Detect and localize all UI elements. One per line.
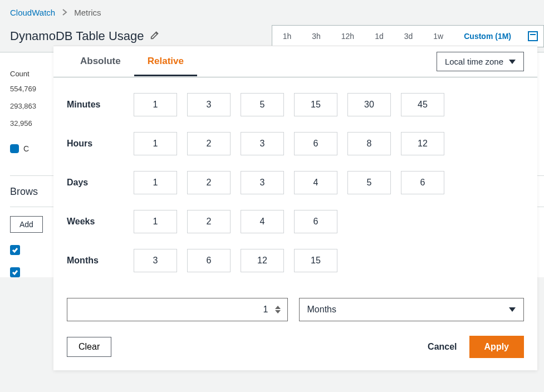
- preset-minutes-option[interactable]: 5: [241, 93, 284, 116]
- preset-months-option[interactable]: 12: [241, 249, 284, 272]
- metric-checkbox[interactable]: [10, 245, 20, 255]
- time-range-picker: 1h 3h 12h 1d 3d 1w Custom (1M): [272, 25, 544, 47]
- time-range-dropdown-panel: Absolute Relative Local time zone Minute…: [53, 46, 537, 370]
- preset-hours-option[interactable]: 1: [134, 132, 177, 155]
- preset-hours-option[interactable]: 2: [187, 132, 231, 155]
- preset-hours-option[interactable]: 6: [294, 132, 337, 155]
- breadcrumb-current: Metrics: [74, 8, 101, 17]
- preset-label-weeks: Weeks: [67, 217, 134, 227]
- preset-minutes-option[interactable]: 1: [134, 93, 177, 116]
- custom-unit-select[interactable]: Months: [299, 298, 525, 321]
- chevron-right-icon: [62, 8, 67, 17]
- cancel-button[interactable]: Cancel: [428, 342, 457, 352]
- range-custom[interactable]: Custom (1M): [453, 26, 521, 47]
- preset-days-option[interactable]: 1: [134, 171, 177, 194]
- clear-button[interactable]: Clear: [67, 337, 111, 357]
- apply-button[interactable]: Apply: [469, 336, 524, 358]
- preset-hours-option[interactable]: 12: [401, 132, 444, 155]
- timezone-select[interactable]: Local time zone: [437, 52, 524, 71]
- timezone-select-label: Local time zone: [445, 57, 503, 66]
- chevron-down-icon[interactable]: [275, 310, 281, 313]
- page-title-text: DynamoDB Table Usage: [10, 29, 144, 43]
- preset-weeks-option[interactable]: 1: [134, 210, 177, 233]
- preset-weeks-option[interactable]: 6: [294, 210, 337, 233]
- tab-absolute[interactable]: Absolute: [67, 47, 134, 76]
- preset-weeks-option[interactable]: 2: [187, 210, 231, 233]
- chevron-up-icon[interactable]: [275, 306, 281, 309]
- add-button[interactable]: Add: [10, 216, 43, 233]
- number-stepper[interactable]: [273, 306, 283, 313]
- preset-weeks-option[interactable]: 4: [241, 210, 284, 233]
- custom-duration-value: 1: [74, 305, 273, 315]
- preset-days-option[interactable]: 5: [347, 171, 391, 194]
- preset-hours-option[interactable]: 3: [241, 132, 284, 155]
- range-3h[interactable]: 3h: [301, 26, 331, 47]
- preset-hours-option[interactable]: 8: [347, 132, 391, 155]
- preset-label-minutes: Minutes: [67, 100, 134, 110]
- preset-months-option[interactable]: 3: [134, 249, 177, 272]
- preset-months-option[interactable]: 15: [294, 249, 337, 272]
- preset-minutes-option[interactable]: 15: [294, 93, 337, 116]
- preset-label-months: Months: [67, 256, 134, 266]
- preset-months-option[interactable]: 6: [187, 249, 231, 272]
- custom-unit-label: Months: [307, 305, 336, 315]
- preset-minutes-option[interactable]: 3: [187, 93, 231, 116]
- range-1d[interactable]: 1d: [364, 26, 394, 47]
- calendar-icon[interactable]: [528, 31, 538, 41]
- custom-duration-input[interactable]: 1: [67, 298, 288, 321]
- chevron-down-icon: [509, 60, 516, 64]
- breadcrumb-root[interactable]: CloudWatch: [10, 8, 55, 17]
- preset-days-option[interactable]: 6: [401, 171, 444, 194]
- preset-minutes-option[interactable]: 30: [347, 93, 391, 116]
- legend-color-swatch: [10, 144, 19, 153]
- chevron-down-icon: [509, 307, 516, 312]
- metric-checkbox[interactable]: [10, 267, 20, 277]
- range-3d[interactable]: 3d: [394, 26, 423, 47]
- breadcrumb: CloudWatch Metrics: [0, 0, 544, 21]
- edit-icon[interactable]: [150, 29, 160, 43]
- preset-label-days: Days: [67, 178, 134, 188]
- range-1h[interactable]: 1h: [272, 26, 302, 47]
- range-12h[interactable]: 12h: [331, 26, 364, 47]
- preset-minutes-option[interactable]: 45: [401, 93, 444, 116]
- legend-label-truncated: C: [23, 144, 29, 153]
- preset-days-option[interactable]: 3: [241, 171, 284, 194]
- preset-label-hours: Hours: [67, 139, 134, 149]
- range-1w[interactable]: 1w: [423, 26, 453, 47]
- preset-days-option[interactable]: 2: [187, 171, 231, 194]
- tab-relative[interactable]: Relative: [134, 47, 197, 76]
- preset-days-option[interactable]: 4: [294, 171, 337, 194]
- page-title: DynamoDB Table Usage: [10, 29, 160, 43]
